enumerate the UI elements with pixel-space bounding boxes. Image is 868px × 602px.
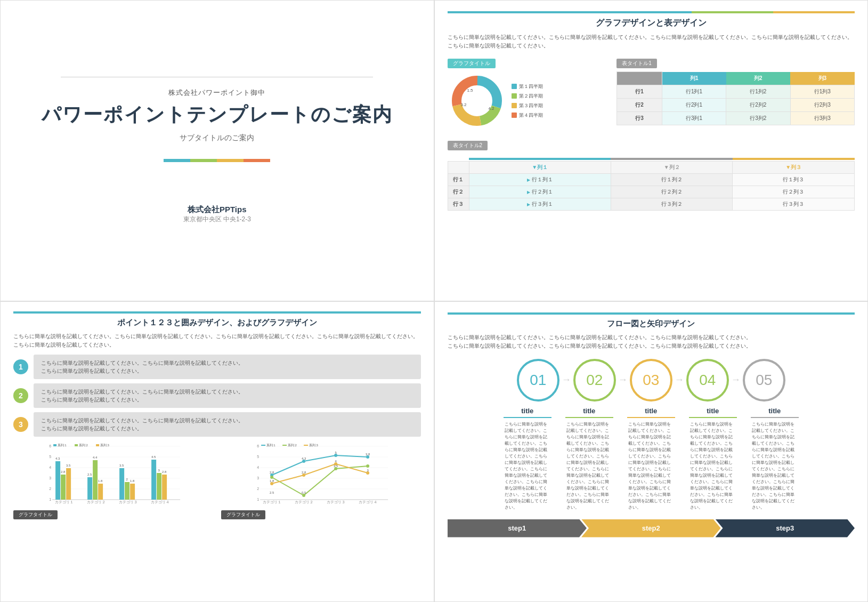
table2-section: 表タイトル2 — [448, 140, 855, 211]
svg-text:カテゴリ４: カテゴリ４ — [151, 500, 169, 504]
table1-section: 表タイトル1 列1 列2 列3 行1 行1列1 — [616, 58, 855, 130]
table1-col2-header: 列2 — [726, 72, 790, 85]
footer: 株式会社PPTips 東京都中央区 中央1-2-3 — [183, 205, 251, 224]
svg-text:系列３: 系列３ — [309, 444, 319, 447]
svg-text:3.2: 3.2 — [460, 102, 467, 107]
colorbar-seg-3 — [217, 159, 244, 162]
company-to: 株式会社パワーポイント御中 — [168, 88, 265, 98]
donut-chart: 1.5 3.2 4.2 — [448, 71, 506, 130]
flow-arrow-1: → — [562, 374, 571, 386]
table2: ▼列１ ▼列２ ▼列３ 行１ ▶ 行１列１ 行１列２ 行１列３ 行２ ▶ 行２列… — [448, 157, 855, 211]
svg-rect-52 — [96, 444, 99, 446]
chart-section: グラフタイトル 1.5 3.2 4.2 — [448, 58, 606, 130]
svg-text:5: 5 — [335, 451, 337, 454]
flow-underline-1 — [504, 417, 551, 418]
svg-text:系列１: 系列１ — [58, 444, 67, 447]
panel2-title: グラフデザインと表デザイン — [448, 18, 855, 29]
flow-circles: 01 → 02 → 03 → 04 → 05 — [448, 359, 855, 402]
svg-point-75 — [270, 476, 273, 479]
svg-text:4.3: 4.3 — [302, 457, 306, 460]
svg-text:カテゴリ３: カテゴリ３ — [327, 500, 345, 504]
svg-rect-28 — [119, 468, 124, 500]
flow-circle-3: 03 — [630, 359, 672, 402]
svg-text:2: 2 — [49, 487, 51, 491]
flow-underline-4 — [689, 417, 737, 418]
point-text-1: こちらに簡単な説明を記載してください。こちらに簡単な説明を記載してください。こち… — [34, 355, 421, 379]
flow-circle-2: 02 — [573, 359, 616, 402]
svg-text:3: 3 — [49, 476, 51, 480]
panel3-topbar — [13, 311, 421, 314]
flow-desc-4: こちらに簡単な説明を記載してください。こちらに簡単な説明を記載してください。こち… — [689, 421, 737, 511]
step-1: step1 — [448, 519, 587, 537]
flow-desc-3: こちらに簡単な説明を記載してください。こちらに簡単な説明を記載してください。こち… — [627, 421, 675, 511]
svg-text:カテゴリ３: カテゴリ３ — [119, 500, 137, 504]
svg-rect-50 — [75, 444, 78, 446]
svg-text:2.8: 2.8 — [270, 471, 274, 474]
svg-text:1.8: 1.8 — [270, 479, 274, 483]
point-number-3: 3 — [13, 417, 28, 432]
svg-text:4.5: 4.5 — [151, 455, 156, 459]
svg-text:6: 6 — [257, 444, 259, 448]
flow-underline-3 — [627, 417, 675, 418]
flow-title-5: title — [751, 407, 799, 415]
flow-arrow-2: → — [618, 374, 628, 386]
line-chart-box: 6 5 4 3 2 1 カテゴリ１ カテゴリ２ — [221, 442, 420, 519]
flow-desc-2: こちらに簡単な説明を記載してください。こちらに簡単な説明を記載してください。こち… — [565, 421, 613, 511]
point-number-2: 2 — [13, 388, 28, 403]
table2-label: 表タイトル2 — [448, 141, 488, 150]
svg-text:3: 3 — [158, 469, 160, 472]
svg-rect-48 — [53, 444, 56, 446]
flow-steps-row: step1 step2 step3 — [448, 519, 855, 537]
flow-circle-5: 05 — [743, 359, 785, 402]
svg-rect-25 — [93, 460, 98, 500]
svg-rect-34 — [162, 475, 167, 500]
color-bar — [164, 159, 270, 162]
svg-text:2.5: 2.5 — [270, 491, 274, 494]
panel4-title: フロー図と矢印デザイン — [448, 319, 855, 329]
svg-text:6: 6 — [49, 444, 51, 448]
svg-text:3: 3 — [367, 469, 369, 472]
svg-text:カテゴリ１: カテゴリ１ — [55, 500, 74, 504]
colorbar-seg-2 — [190, 159, 217, 162]
table1-col3-header: 列3 — [790, 72, 854, 85]
donut-wrap: 1.5 3.2 4.2 第１四半期 第２四半期 第３四半期 第４四半期 — [448, 71, 606, 130]
bar-chart-svg: 6 5 4 3 2 1 — [13, 442, 213, 506]
svg-text:系列３: 系列３ — [100, 444, 110, 447]
svg-text:系列２: 系列２ — [79, 444, 88, 447]
point-number-1: 1 — [13, 359, 28, 374]
panel-points-charts: ポイント１２３と囲みデザイン、およびグラフデザイン こちらに簡単な説明を記載して… — [0, 301, 434, 603]
svg-rect-22 — [66, 468, 71, 500]
svg-text:5: 5 — [49, 455, 51, 459]
panel-title-slide: 株式会社パワーポイント御中 パワーポイントテンプレートのご案内 サブタイトルのご… — [0, 0, 434, 301]
footer-address: 東京都中央区 中央1-2-3 — [183, 215, 251, 224]
svg-text:カテゴリ２: カテゴリ２ — [295, 500, 313, 504]
flow-descs-row: こちらに簡単な説明を記載してください。こちらに簡単な説明を記載してください。こち… — [448, 421, 855, 511]
flow-desc-5: こちらに簡単な説明を記載してください。こちらに簡単な説明を記載してください。こち… — [751, 421, 799, 511]
svg-text:4: 4 — [257, 465, 259, 469]
svg-text:3.5: 3.5 — [334, 464, 338, 468]
flow-title-3: title — [627, 407, 675, 415]
point-text-2: こちらに簡単な説明を記載してください。こちらに簡単な説明を記載してください。こち… — [34, 383, 421, 408]
table-row: 行2 行2列1 行2列2 行2列3 — [617, 98, 855, 111]
table-row: 行２ ▶ 行２列１ 行２列２ 行２列３ — [448, 186, 855, 198]
footer-company: 株式会社PPTips — [183, 205, 251, 215]
charts-row: 6 5 4 3 2 1 — [13, 442, 421, 519]
svg-text:1.8: 1.8 — [130, 479, 135, 483]
svg-rect-32 — [151, 460, 156, 500]
svg-text:3.8: 3.8 — [366, 453, 370, 456]
flow-titles-row: title title title title title — [448, 407, 855, 415]
main-title: パワーポイントテンプレートのご案内 — [42, 102, 393, 128]
bar-chart-title: グラフタイトル — [13, 510, 58, 519]
bar-chart-box: 6 5 4 3 2 1 — [13, 442, 213, 519]
panel2-desc: こちらに簡単な説明を記載してください。こちらに簡単な説明を記載してください。こち… — [448, 33, 855, 50]
step-2: step2 — [581, 519, 721, 537]
table1-col1-header: 列1 — [662, 72, 726, 85]
flow-arrow-4: → — [731, 374, 741, 386]
svg-text:4: 4 — [49, 465, 51, 469]
svg-text:4.2: 4.2 — [488, 106, 494, 111]
table1: 列1 列2 列3 行1 行1列1 行1列2 行1列3 行 — [616, 71, 855, 125]
svg-point-78 — [366, 464, 369, 468]
svg-rect-20 — [55, 461, 60, 500]
svg-text:4.4: 4.4 — [93, 456, 98, 459]
svg-text:2.5: 2.5 — [87, 473, 92, 476]
